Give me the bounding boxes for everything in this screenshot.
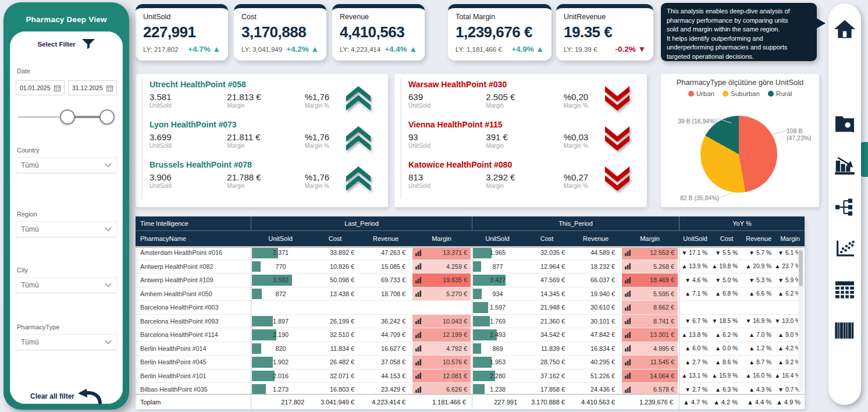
table-column-header[interactable]: Margin	[621, 231, 679, 246]
top-performer-item[interactable]: Utrecht HealthPoint #058 3.581UnitSold 2…	[141, 79, 382, 119]
kpi-card-unitrevenue: UnitRevenue 19.35 € LY: 19.39 €-0.2% ▼	[556, 4, 653, 61]
region-dropdown[interactable]: Tümü	[16, 221, 117, 237]
table-row[interactable]: Amsterdam HealthPoint #0162.37133.892 €4…	[136, 246, 805, 260]
unitsold-label: UnitSold	[150, 143, 227, 149]
date-from-input[interactable]: 01.01.2025	[16, 80, 65, 95]
pharmacytype-dropdown[interactable]: Tümü	[16, 334, 117, 350]
table-row[interactable]: Berlin HealthPoint #1012.01632.071 €44.1…	[136, 370, 805, 383]
table-column-header[interactable]: Margin	[411, 231, 472, 246]
slider-handle-left[interactable]	[60, 109, 75, 125]
legend-item-urban[interactable]: Urban	[688, 90, 714, 97]
margin-cell: 12.081 €	[411, 370, 472, 383]
table-group-label: YoY %	[679, 216, 805, 230]
scrollbar-thumb[interactable]	[799, 250, 803, 286]
table-column-header[interactable]: Revenue	[360, 231, 411, 246]
chevron-down-icon	[105, 163, 112, 168]
bottom-performers-panel: Warsaw HealthPoint #030 639UnitSold 2.50…	[394, 74, 647, 207]
margin-bars-icon	[415, 277, 422, 283]
yoy-cell: ▲ 13.9 %	[679, 260, 712, 274]
city-dropdown[interactable]: Tümü	[16, 277, 117, 293]
table-column-header[interactable]: PharmacyName	[136, 231, 251, 246]
date-range-slider[interactable]	[18, 109, 115, 125]
unitsold-cell: 820	[251, 342, 310, 356]
legend-item-rural[interactable]: Rural	[768, 90, 792, 97]
nav-chart-decline-button[interactable]	[828, 156, 861, 175]
table-column-header[interactable]: Cost	[523, 231, 571, 246]
unitsold-data-bar	[252, 357, 273, 368]
margin-label: Margin	[486, 102, 563, 109]
revenue-cell: 19.940 €	[571, 287, 621, 301]
margin-cell: 18.469 €	[621, 274, 679, 287]
unitsold-cell: 3.427	[472, 274, 523, 287]
yoy-cell: ▲ 8.7 %	[742, 356, 775, 369]
table-column-header[interactable]: Cost	[712, 231, 742, 246]
margin-value: 21.811 €	[227, 132, 304, 142]
margin-bars-icon	[625, 386, 631, 393]
unitsold-cell: 1.897	[251, 315, 310, 328]
table-column-header[interactable]: UnitSold	[679, 231, 712, 246]
table-row[interactable]: Berlin HealthPoint #01482011.834 €16.627…	[136, 342, 805, 356]
slider-handle-right[interactable]	[99, 109, 115, 125]
yoy-cell: ▼ 5.7 %	[742, 246, 775, 260]
bottom-performer-item[interactable]: Vienna HealthPoint #115 93UnitSold 391 €…	[400, 119, 641, 159]
kpi-value: 4,410,563	[340, 23, 417, 41]
margin-cell: 8.662 €	[621, 301, 679, 314]
unitsold-data-bar	[473, 247, 492, 258]
pie-chart[interactable]	[700, 116, 777, 193]
country-filter-label: Country	[17, 147, 40, 154]
table-row[interactable]: Berlin HealthPoint #0451.90226.482 €37.0…	[136, 356, 805, 370]
filter-panel: Select Filter Date 01.01.2025 31.12.2025	[10, 31, 123, 404]
clear-filter-arrow-icon	[76, 388, 102, 405]
nav-folder-search-button[interactable]	[828, 114, 861, 133]
country-dropdown[interactable]: Tümü	[16, 157, 117, 173]
nav-barcode-button[interactable]	[828, 321, 861, 340]
yoy-cell: ▲ 15.9 %	[712, 370, 742, 383]
cost-cell: 10.826 €	[310, 260, 360, 274]
kpi-value: 227,991	[143, 23, 220, 41]
table-body: Amsterdam HealthPoint #0162.37133.892 €4…	[136, 246, 805, 397]
table-column-header[interactable]: Revenue	[571, 231, 621, 246]
revenue-cell: 69.733 €	[360, 274, 411, 287]
table-row[interactable]: Barcelona HealthPoint #0031.59721.948 €3…	[136, 301, 805, 315]
table-row[interactable]: Barcelona HealthPoint #0931.89726.199 €3…	[136, 315, 805, 329]
revenue-cell: 66.037 €	[571, 274, 621, 287]
table-row[interactable]: Barcelona HealthPoint #1142.19032.510 €4…	[136, 328, 805, 342]
leader-line	[773, 130, 787, 134]
table-row[interactable]: Antwerp HealthPoint #1093.59250.098 €69.…	[136, 274, 805, 287]
margin-cell: 8.741 €	[621, 315, 679, 328]
table-row[interactable]: Antwerp HealthPoint #08277010.826 €15.08…	[136, 260, 805, 274]
unitsold-cell: 2.493	[472, 328, 523, 342]
table-column-header[interactable]: Cost	[310, 231, 360, 246]
pharmacy-name-cell: Barcelona HealthPoint #093	[136, 315, 251, 328]
nav-table-grid-button[interactable]	[828, 280, 861, 299]
unitsold-data-bar	[473, 357, 492, 368]
margin-cell: 4.259 €	[411, 260, 472, 274]
table-column-header[interactable]: Margin	[775, 231, 805, 246]
nav-hierarchy-button[interactable]	[828, 198, 861, 216]
top-performer-item[interactable]: Brussels HealthPoint #078 3.906UnitSold …	[141, 159, 382, 199]
pharmacy-name-cell: Barcelona HealthPoint #003	[136, 301, 251, 314]
table-column-header[interactable]: UnitSold	[251, 231, 310, 246]
table-scrollbar[interactable]	[798, 248, 803, 392]
kpi-card-cost: Cost 3,170,888 LY: 3,041,949+4.2% ▲	[234, 4, 326, 61]
margin-bars-icon	[415, 318, 422, 324]
table-column-header[interactable]: UnitSold	[472, 231, 523, 246]
margin-cell: 5.268 €	[621, 260, 679, 274]
yoy-cell: ▲ 16.0 %	[742, 370, 775, 383]
date-to-input[interactable]: 31.12.2025	[68, 80, 117, 95]
unitsold-cell: 877	[472, 260, 523, 274]
nav-home-button[interactable]	[828, 20, 861, 38]
nav-scatter-button[interactable]	[828, 240, 861, 258]
table-row[interactable]: Arnhem HealthPoint #05087213.438 €18.708…	[136, 287, 805, 301]
bottom-performer-item[interactable]: Katowice HealthPoint #080 813UnitSold 3.…	[400, 159, 641, 199]
top-performer-item[interactable]: Lyon HealthPoint #073 3.699UnitSold 21.8…	[141, 119, 382, 159]
pie-legend: Urban Suburban Rural	[661, 90, 819, 97]
table-column-header[interactable]: Revenue	[742, 231, 775, 246]
cost-cell: 33.892 €	[310, 246, 360, 260]
legend-item-suburban[interactable]: Suburban	[723, 90, 760, 97]
clear-all-filter-button[interactable]: Clear all filter	[10, 388, 123, 405]
margin-label: Margin	[227, 183, 304, 189]
bottom-performer-item[interactable]: Warsaw HealthPoint #030 639UnitSold 2.50…	[400, 79, 641, 119]
total-value-cell: 4.410.563 €	[571, 395, 621, 409]
pharmacy-name-cell: Antwerp HealthPoint #082	[136, 260, 251, 274]
